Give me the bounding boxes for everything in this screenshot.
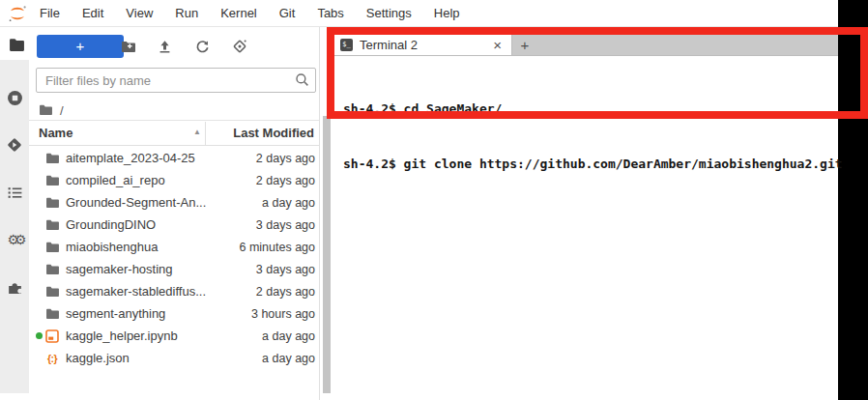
- column-divider: [205, 122, 206, 145]
- folder-icon: [44, 153, 60, 164]
- file-list: aitemplate_2023-04-252 days agocompiled_…: [29, 147, 319, 369]
- terminal-line: sh-4.2$ git clone https://github.com/Dea…: [343, 155, 843, 173]
- last-modified: 3 days ago: [256, 218, 315, 232]
- last-modified: 3 days ago: [256, 263, 315, 276]
- root-folder-icon[interactable]: [39, 104, 53, 116]
- menu-item-edit[interactable]: Edit: [82, 6, 103, 20]
- file-row[interactable]: GroundingDINO3 days ago: [29, 214, 319, 236]
- file-row[interactable]: compiled_ai_repo2 days ago: [29, 169, 319, 191]
- folder-icon: [44, 264, 60, 275]
- jupyterlab-window: FileEditViewRunKernelGitTabsSettingsHelp…: [0, 0, 868, 400]
- git-clone-icon[interactable]: [230, 37, 249, 56]
- menu-item-file[interactable]: File: [40, 6, 60, 20]
- last-modified: 3 hours ago: [251, 307, 315, 321]
- menu-items: FileEditViewRunKernelGitTabsSettingsHelp: [40, 6, 460, 20]
- menu-item-help[interactable]: Help: [434, 6, 460, 20]
- file-row[interactable]: aitemplate_2023-04-252 days ago: [29, 147, 319, 169]
- file-row[interactable]: miaobishenghua6 minutes ago: [29, 236, 319, 258]
- json-icon: {:}: [44, 353, 60, 364]
- filter-files-input[interactable]: [36, 68, 316, 93]
- notebook-icon: [44, 329, 60, 343]
- file-row[interactable]: kaggle_helper.ipynba day ago: [29, 325, 319, 347]
- git-sidebar-icon[interactable]: [6, 136, 23, 154]
- last-modified: 6 minutes ago: [239, 241, 315, 254]
- last-modified: 2 days ago: [256, 152, 315, 165]
- new-launcher-button[interactable]: +: [37, 35, 124, 58]
- breadcrumb[interactable]: /: [39, 100, 64, 120]
- tab-bar: $_ Terminal 2 × +: [331, 34, 838, 56]
- last-modified: a day ago: [262, 329, 315, 343]
- folder-icon: [44, 175, 60, 186]
- column-header-name[interactable]: Name: [39, 126, 72, 140]
- new-folder-icon[interactable]: [119, 37, 138, 56]
- jupyter-logo-icon: [7, 3, 28, 24]
- screen-edge-strip: [838, 0, 868, 400]
- sort-ascending-icon[interactable]: ▲: [193, 128, 201, 136]
- file-row[interactable]: {:}kaggle.jsona day ago: [29, 347, 319, 369]
- file-row[interactable]: segment-anything3 hours ago: [29, 302, 319, 325]
- table-of-contents-icon[interactable]: [6, 184, 23, 201]
- new-tab-button[interactable]: +: [511, 34, 537, 55]
- terminal-panel: $_ Terminal 2 × + sh-4.2$ cd SageMaker/ …: [331, 27, 838, 400]
- file-row[interactable]: sagemaker-stablediffus...2 days ago: [29, 280, 319, 302]
- menu-item-view[interactable]: View: [126, 6, 153, 20]
- breadcrumb-root[interactable]: /: [60, 103, 64, 118]
- column-header-modified[interactable]: Last Modified: [233, 126, 314, 140]
- puzzle-extension-manager-icon[interactable]: [6, 278, 23, 296]
- file-browser-panel: + / Name ▲: [29, 27, 320, 400]
- menu-bar: FileEditViewRunKernelGitTabsSettingsHelp: [0, 0, 838, 27]
- left-sidebar: ⚙⚙: [0, 60, 29, 393]
- refresh-icon[interactable]: [192, 37, 212, 56]
- running-kernels-icon[interactable]: [6, 89, 23, 106]
- upload-icon[interactable]: [155, 37, 174, 56]
- last-modified: 2 days ago: [256, 285, 315, 299]
- folder-icon: [44, 286, 60, 298]
- menu-item-git[interactable]: Git: [279, 6, 296, 20]
- terminal-output: sh-4.2$ cd SageMaker/ sh-4.2$ git clone …: [343, 63, 843, 210]
- tab-terminal-2[interactable]: $_ Terminal 2 ×: [331, 34, 511, 55]
- file-row[interactable]: sagemaker-hosting3 days ago: [29, 258, 319, 280]
- folder-icon: [44, 219, 60, 231]
- last-modified: 2 days ago: [256, 174, 315, 187]
- file-browser-tab-icon[interactable]: [9, 38, 25, 56]
- tab-title: Terminal 2: [360, 38, 491, 52]
- menu-item-run[interactable]: Run: [175, 6, 198, 20]
- gears-extensions-icon[interactable]: ⚙⚙: [6, 231, 23, 248]
- terminal-line: sh-4.2$ cd SageMaker/: [343, 100, 843, 118]
- file-list-header: Name ▲ Last Modified: [29, 121, 319, 146]
- menu-item-tabs[interactable]: Tabs: [317, 6, 343, 20]
- last-modified: a day ago: [262, 196, 315, 210]
- file-row[interactable]: Grounded-Segment-An...a day ago: [29, 191, 319, 214]
- search-icon: [295, 72, 309, 91]
- menu-item-kernel[interactable]: Kernel: [220, 6, 257, 20]
- close-tab-icon[interactable]: ×: [491, 39, 504, 51]
- filter-files-field: [36, 68, 316, 93]
- panel-splitter[interactable]: [323, 116, 331, 393]
- folder-icon: [44, 197, 60, 209]
- kernel-running-dot: [33, 332, 44, 339]
- menu-item-settings[interactable]: Settings: [366, 6, 412, 20]
- folder-icon: [44, 242, 60, 253]
- terminal-tab-icon: $_: [340, 39, 353, 51]
- file-browser-toolbar: +: [29, 27, 319, 66]
- last-modified: a day ago: [262, 352, 315, 365]
- folder-icon: [44, 308, 60, 320]
